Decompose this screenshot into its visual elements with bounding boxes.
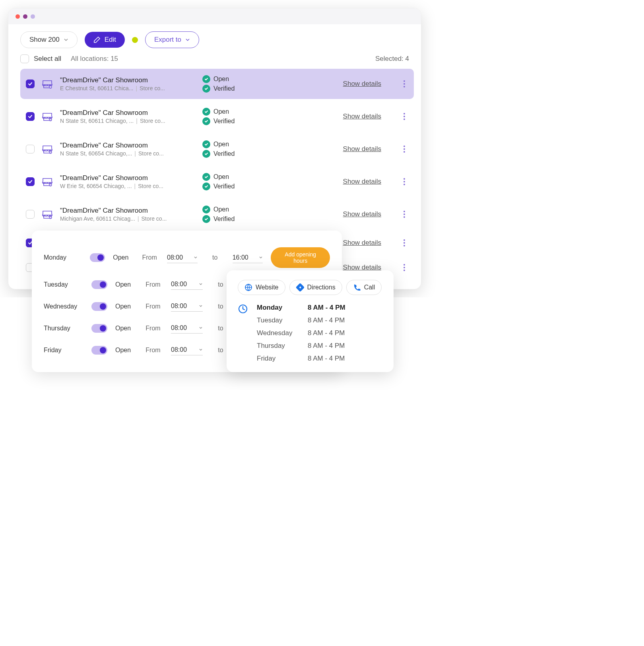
table-row[interactable]: G "DreamDrive" Car Showroom E Chestnut S… bbox=[20, 69, 414, 99]
status-cell: Open Verified bbox=[202, 173, 266, 190]
call-label: Call bbox=[364, 284, 375, 291]
day-label: Monday bbox=[44, 254, 82, 261]
row-subtitle: N State St, 60611 Chicago, ...|Store co.… bbox=[60, 118, 195, 124]
row-checkbox[interactable] bbox=[26, 177, 35, 186]
row-menu-button[interactable] bbox=[400, 79, 408, 89]
select-all-checkbox[interactable] bbox=[20, 54, 29, 63]
status-verified: Verified bbox=[213, 118, 235, 125]
check-badge-icon bbox=[202, 206, 210, 213]
edit-label: Edit bbox=[105, 36, 116, 44]
status-verified: Verified bbox=[213, 215, 235, 223]
status-indicator-icon bbox=[132, 37, 138, 43]
open-state-label: Open bbox=[115, 281, 135, 288]
phone-icon bbox=[353, 283, 361, 291]
day-label: Tuesday bbox=[44, 281, 83, 288]
business-preview-card: Website Directions Call Monday8 AM - 4 P… bbox=[227, 270, 394, 297]
pencil-icon bbox=[93, 36, 101, 43]
row-checkbox[interactable] bbox=[26, 145, 35, 153]
row-menu-button[interactable] bbox=[400, 263, 408, 272]
table-row[interactable]: G "DreamDrive" Car Showroom W Erie St, 6… bbox=[20, 167, 414, 197]
svg-text:G: G bbox=[50, 119, 51, 121]
row-checkbox[interactable] bbox=[26, 112, 35, 121]
directions-button[interactable]: Directions bbox=[289, 280, 342, 295]
status-open: Open bbox=[213, 108, 229, 115]
row-info: "DreamDrive" Car Showroom N State St, 60… bbox=[60, 142, 195, 157]
call-button[interactable]: Call bbox=[346, 280, 382, 295]
all-locations-count: All locations: 15 bbox=[71, 55, 118, 63]
status-open: Open bbox=[213, 206, 229, 213]
window-titlebar bbox=[8, 8, 421, 24]
row-menu-button[interactable] bbox=[400, 144, 408, 154]
table-row[interactable]: G "DreamDrive" Car Showroom N State St, … bbox=[20, 101, 414, 132]
row-subtitle: W Erie St, 60654 Chicago, ...|Store co..… bbox=[60, 183, 195, 189]
from-label: From bbox=[140, 254, 159, 261]
table-row[interactable]: G "DreamDrive" Car Showroom N State St, … bbox=[20, 134, 414, 164]
svg-text:G: G bbox=[50, 151, 51, 153]
row-menu-button[interactable] bbox=[400, 210, 408, 219]
add-opening-hours-button[interactable]: Add opening hours bbox=[271, 247, 330, 268]
chevron-down-icon bbox=[64, 37, 68, 42]
status-cell: Open Verified bbox=[202, 140, 266, 158]
row-checkbox[interactable] bbox=[26, 80, 35, 88]
show-details-link[interactable]: Show details bbox=[343, 210, 381, 218]
row-info: "DreamDrive" Car Showroom E Chestnut St,… bbox=[60, 76, 195, 91]
store-icon: G bbox=[42, 112, 53, 121]
svg-text:G: G bbox=[50, 184, 51, 186]
row-title: "DreamDrive" Car Showroom bbox=[60, 76, 195, 84]
edit-button[interactable]: Edit bbox=[85, 32, 125, 48]
show-details-link[interactable]: Show details bbox=[343, 178, 381, 186]
chevron-down-icon bbox=[185, 37, 190, 42]
row-title: "DreamDrive" Car Showroom bbox=[60, 207, 195, 215]
status-verified: Verified bbox=[213, 183, 235, 190]
export-label: Export to bbox=[154, 36, 181, 44]
toolbar: Show 200 Edit Export to bbox=[8, 24, 421, 52]
show-details-link[interactable]: Show details bbox=[343, 80, 381, 88]
row-title: "DreamDrive" Car Showroom bbox=[60, 142, 195, 149]
status-cell: Open Verified bbox=[202, 206, 266, 223]
row-checkbox[interactable] bbox=[26, 210, 35, 219]
show-details-link[interactable]: Show details bbox=[343, 145, 381, 153]
row-info: "DreamDrive" Car Showroom N State St, 60… bbox=[60, 109, 195, 124]
row-menu-button[interactable] bbox=[400, 177, 408, 186]
open-toggle[interactable] bbox=[90, 253, 105, 262]
window-min-dot[interactable] bbox=[23, 14, 27, 19]
window-close-dot[interactable] bbox=[16, 14, 20, 19]
svg-text:G: G bbox=[50, 217, 51, 219]
directions-label: Directions bbox=[307, 284, 336, 291]
row-info: "DreamDrive" Car Showroom W Erie St, 606… bbox=[60, 174, 195, 189]
to-time-select[interactable]: 16:00 bbox=[233, 252, 263, 263]
svg-text:G: G bbox=[50, 86, 51, 88]
window-max-dot[interactable] bbox=[31, 14, 35, 19]
show-details-link[interactable]: Show details bbox=[343, 239, 381, 247]
check-badge-icon bbox=[202, 150, 210, 158]
check-badge-icon bbox=[202, 215, 210, 223]
status-open: Open bbox=[213, 76, 229, 83]
directions-icon bbox=[296, 283, 304, 291]
store-icon: G bbox=[42, 177, 53, 186]
from-time-select[interactable]: 08:00 bbox=[171, 279, 203, 290]
to-label: to bbox=[206, 254, 225, 261]
show-count-dropdown[interactable]: Show 200 bbox=[20, 31, 78, 48]
table-row[interactable]: G "DreamDrive" Car Showroom Michigan Ave… bbox=[20, 199, 414, 229]
row-subtitle: Michigan Ave, 60611 Chicag...|Store co..… bbox=[60, 215, 195, 222]
from-label: From bbox=[143, 281, 163, 288]
globe-icon bbox=[244, 283, 252, 291]
status-verified: Verified bbox=[213, 85, 235, 92]
check-badge-icon bbox=[202, 182, 210, 190]
show-details-link[interactable]: Show details bbox=[343, 113, 381, 120]
from-time-select[interactable]: 08:00 bbox=[167, 252, 198, 263]
status-open: Open bbox=[213, 173, 229, 180]
status-cell: Open Verified bbox=[202, 75, 266, 93]
store-icon: G bbox=[42, 79, 53, 89]
row-menu-button[interactable] bbox=[400, 112, 408, 121]
open-toggle[interactable] bbox=[91, 280, 107, 289]
status-verified: Verified bbox=[213, 150, 235, 157]
row-title: "DreamDrive" Car Showroom bbox=[60, 109, 195, 117]
select-all-label: Select all bbox=[34, 55, 61, 63]
export-dropdown[interactable]: Export to bbox=[145, 31, 199, 48]
row-menu-button[interactable] bbox=[400, 238, 408, 248]
website-button[interactable]: Website bbox=[238, 280, 285, 295]
check-badge-icon bbox=[202, 173, 210, 181]
check-badge-icon bbox=[202, 117, 210, 125]
website-label: Website bbox=[256, 284, 279, 291]
